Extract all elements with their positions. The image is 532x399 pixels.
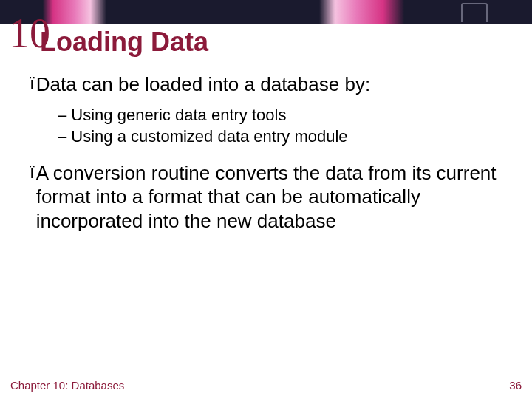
bullet-item: ï Data can be loaded into a database by: [30, 72, 502, 97]
decorative-banner [0, 0, 532, 24]
bullet-text: Data can be loaded into a database by: [36, 72, 370, 97]
bullet-arrow-icon: ï [30, 161, 35, 183]
footer-page-number: 36 [509, 379, 522, 392]
footer-chapter-label: Chapter 10: Databases [10, 379, 124, 392]
slide-title: Loading Data [40, 27, 208, 58]
bullet-item: ï A conversion routine converts the data… [30, 161, 502, 233]
sub-bullet-item: – Using a customized data entry module [58, 126, 502, 148]
chapter-number: 10 [9, 15, 50, 52]
bullet-arrow-icon: ï [30, 72, 35, 95]
slide-footer: Chapter 10: Databases 36 [10, 379, 522, 392]
bullet-text: A conversion routine converts the data f… [36, 161, 502, 233]
slide-content: ï Data can be loaded into a database by:… [30, 72, 502, 240]
sub-bullet-list: – Using generic data entry tools – Using… [58, 104, 502, 148]
sub-bullet-item: – Using generic data entry tools [58, 104, 502, 126]
